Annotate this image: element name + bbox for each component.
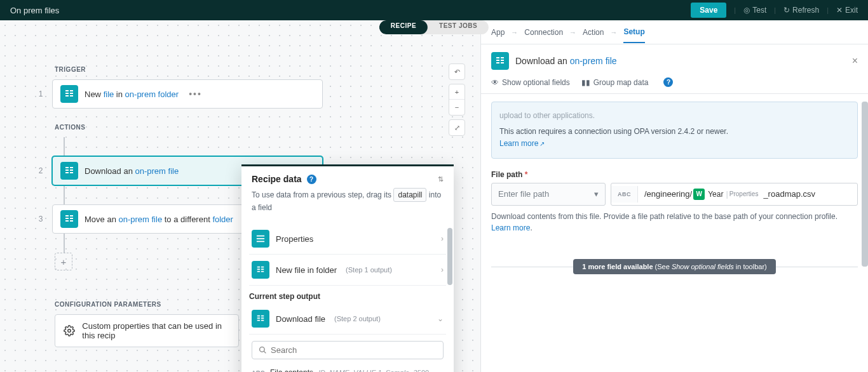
file-path-dropdown[interactable]: Enter file path ▾ [491, 183, 606, 206]
svg-line-35 [264, 351, 266, 353]
help-icon[interactable]: ? [663, 77, 673, 87]
svg-rect-32 [261, 317, 264, 319]
datapill-file-contents[interactable]: ABC File contents ID, NAME, VALUE 1, Sam… [249, 364, 446, 372]
learn-more-link[interactable]: Learn more↗ [499, 139, 545, 148]
tab-switcher: RECIPE TEST JOBS [379, 20, 489, 34]
step-text: Move an on-prem file to a different fold… [85, 215, 233, 224]
file-path-help: Download contents from this file. Provid… [491, 211, 858, 234]
test-button[interactable]: ◎Test [743, 6, 766, 15]
svg-rect-14 [65, 220, 69, 222]
step-number: 3 [37, 215, 44, 223]
properties-icon [252, 230, 269, 248]
formula-content: /engineering/ W Year | Properties _roadm… [638, 183, 822, 205]
svg-rect-25 [261, 267, 264, 268]
more-fields-pill[interactable]: 1 more field available (See Show optiona… [573, 259, 775, 274]
tab-test-jobs[interactable]: TEST JOBS [428, 20, 489, 34]
svg-rect-26 [261, 269, 264, 270]
svg-rect-8 [65, 172, 69, 173]
svg-rect-2 [65, 95, 69, 96]
arrow-icon: → [610, 29, 617, 36]
expand-icon[interactable]: ⇅ [438, 175, 444, 183]
svg-rect-0 [65, 90, 69, 91]
popover-item-properties[interactable]: Properties › [249, 223, 446, 255]
file-path-formula-input[interactable]: ABC /engineering/ W Year | Properties _r… [611, 183, 858, 206]
zoom-out-button[interactable]: − [449, 100, 465, 115]
file-icon [60, 210, 78, 228]
exit-button[interactable]: ✕Exit [836, 6, 858, 15]
columns-icon: ▮▮ [581, 78, 590, 87]
svg-rect-5 [70, 95, 73, 96]
chevron-down-icon: ▾ [594, 189, 599, 199]
svg-rect-11 [70, 172, 73, 173]
search-input[interactable] [271, 345, 437, 355]
save-button[interactable]: Save [691, 3, 726, 18]
file-path-label: File path * [491, 170, 858, 179]
svg-rect-9 [70, 167, 73, 168]
help-icon[interactable]: ? [307, 175, 316, 184]
file-icon [252, 261, 269, 279]
svg-rect-13 [65, 218, 69, 219]
recipe-title: On prem files [10, 6, 59, 15]
svg-rect-16 [70, 218, 73, 219]
fit-button[interactable]: ⤢ [449, 120, 465, 135]
zoom-in-button[interactable]: + [449, 84, 465, 100]
file-icon [491, 52, 509, 70]
step-more-icon[interactable]: ••• [185, 89, 206, 99]
step-number: 2 [37, 166, 44, 175]
svg-rect-10 [70, 169, 73, 171]
breadcrumb-connection[interactable]: Connection [524, 28, 563, 37]
panel-header: Download an on-prem file × [481, 44, 868, 77]
type-badge: ABC [252, 369, 265, 372]
current-step-output-label: Current step output [249, 292, 446, 301]
svg-rect-38 [496, 62, 499, 63]
trigger-step[interactable]: New file in on-prem folder ••• [52, 79, 323, 109]
scrollbar-thumb[interactable] [447, 228, 452, 285]
step-text: Download an on-prem file [85, 166, 179, 176]
step-number: 1 [37, 90, 44, 98]
popover-subtitle: To use data from a previous step, drag i… [252, 188, 444, 213]
refresh-button[interactable]: ↻Refresh [783, 6, 819, 15]
breadcrumb-app[interactable]: App [491, 28, 505, 37]
add-step-button[interactable]: + [55, 253, 72, 270]
more-fields-bar: 1 more field available (See Show optiona… [491, 259, 858, 274]
svg-rect-15 [70, 215, 73, 216]
popover-item-current-output[interactable]: Download file (Step 2 output) ⌄ [249, 303, 446, 335]
svg-rect-39 [501, 57, 504, 58]
svg-rect-1 [65, 93, 69, 94]
svg-rect-37 [496, 60, 499, 61]
arrow-icon: → [511, 29, 518, 36]
svg-rect-20 [257, 238, 264, 239]
panel-body: upload to other applications. This actio… [481, 94, 868, 372]
recipe-data-popover: Recipe data ? ⇅ To use data from a previ… [241, 164, 454, 372]
group-map-data-button[interactable]: ▮▮Group map data [581, 78, 649, 87]
file-icon [60, 85, 78, 103]
tab-recipe[interactable]: RECIPE [379, 20, 428, 34]
svg-rect-22 [257, 267, 260, 268]
recipe-canvas[interactable]: ↶ + − ⤢ TRIGGER 1 New file in on-prem fo… [0, 20, 480, 372]
canvas-controls: ↶ + − ⤢ [449, 63, 465, 136]
type-badge: ABC [611, 186, 638, 203]
breadcrumb-setup[interactable]: Setup [623, 27, 644, 43]
arrow-icon: → [569, 29, 576, 36]
svg-rect-29 [257, 317, 260, 319]
svg-rect-21 [257, 241, 264, 242]
undo-button[interactable]: ↶ [449, 64, 465, 79]
eye-icon: 👁 [491, 78, 499, 87]
search-icon [259, 346, 267, 354]
breadcrumb-action[interactable]: Action [583, 28, 604, 37]
config-card[interactable]: Custom properties that can be used in th… [55, 314, 239, 347]
popover-item-trigger-output[interactable]: New file in folder (Step 1 output) › [249, 255, 446, 286]
scrollbar-thumb[interactable] [862, 102, 868, 267]
svg-rect-19 [257, 236, 264, 237]
file-icon [60, 162, 78, 180]
file-icon [252, 310, 269, 328]
svg-rect-24 [257, 271, 260, 272]
popover-search[interactable] [252, 341, 444, 359]
svg-rect-12 [65, 215, 69, 216]
panel-title: Download an on-prem file [515, 56, 617, 66]
show-optional-fields-button[interactable]: 👁Show optional fields [491, 78, 570, 87]
learn-more-link[interactable]: Learn more [491, 223, 530, 232]
datapill-year[interactable]: Year [708, 190, 723, 199]
close-button[interactable]: × [852, 55, 858, 67]
breadcrumb: App → Connection → Action → Setup [481, 20, 868, 44]
